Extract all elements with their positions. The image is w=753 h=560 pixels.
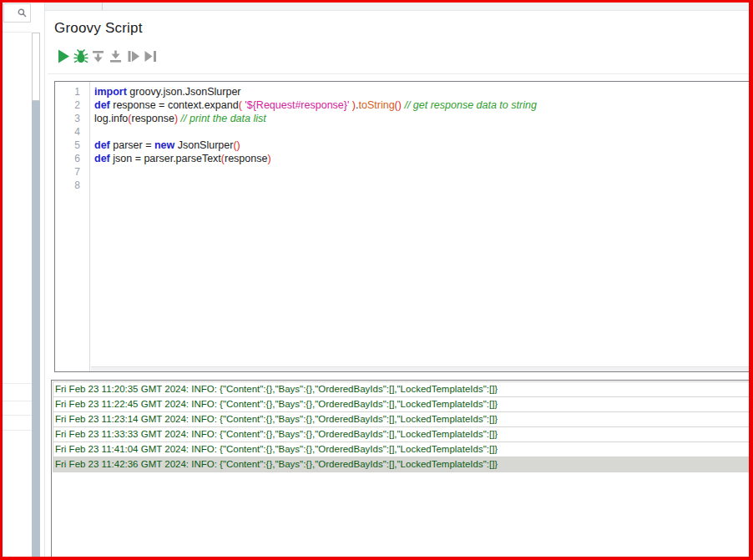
line-number: 8 [55,179,89,192]
page-title: Groovy Script [54,20,143,37]
app-window: Groovy Script [0,0,753,560]
line-number: 4 [55,125,89,139]
log-entry[interactable]: Fri Feb 23 11:20:35 GMT 2024: INFO: {"Co… [53,381,751,397]
code-line: def response = context.expand( '${Reques… [94,98,752,112]
toolbar-divider [48,73,750,74]
search-input[interactable] [3,3,31,23]
code-line: def parser = new JsonSlurper() [94,139,752,152]
list-row-divider [3,430,32,431]
log-entry[interactable]: Fri Feb 23 11:23:14 GMT 2024: INFO: {"Co… [53,411,751,427]
search-icon [18,8,27,18]
list-row-divider [3,32,32,33]
tab-separator [102,3,103,10]
line-number: 2 [55,98,89,112]
code-area[interactable]: import groovy.json.JsonSlurperdef respon… [91,82,752,367]
log-entry[interactable]: Fri Feb 23 11:33:33 GMT 2024: INFO: {"Co… [53,426,751,442]
log-output-panel: Fri Feb 23 11:20:35 GMT 2024: INFO: {"Co… [51,380,753,560]
scrollbar-thumb[interactable] [32,33,40,101]
log-entry[interactable]: Fri Feb 23 11:42:36 GMT 2024: INFO: {"Co… [53,457,751,472]
scrollbar-track[interactable] [32,101,40,557]
step-forward-button[interactable] [125,47,141,65]
navigator-panel [3,23,32,557]
list-row-divider [3,415,32,416]
code-line: log.info(response) // print the data lis… [94,112,752,125]
line-number-gutter: 12345678 [55,82,90,371]
panel-divider-line [44,3,45,557]
bar-play-icon [126,48,140,64]
run-to-end-button[interactable] [143,47,159,65]
tab-strip [44,3,750,11]
capture-frame-top [0,0,753,3]
arrow-down-to-line-icon [109,48,123,64]
line-number: 5 [55,139,89,152]
step-to-bottom-button[interactable] [108,47,124,65]
code-line: import groovy.json.JsonSlurper [94,85,752,98]
play-icon [57,48,70,64]
horizontal-scrollbar[interactable] [91,366,752,371]
step-into-button[interactable] [90,47,106,65]
debug-button[interactable] [73,47,88,65]
capture-frame-bottom [0,557,753,560]
run-button[interactable] [55,47,71,65]
log-entry[interactable]: Fri Feb 23 11:41:04 GMT 2024: INFO: {"Co… [53,441,751,457]
code-line [94,179,752,192]
groovy-code-editor[interactable]: 12345678 import groovy.json.JsonSlurperd… [54,81,753,372]
line-number: 3 [55,112,89,125]
toolbar [55,47,159,65]
list-row-divider [3,401,32,401]
bug-icon [73,48,88,64]
log-list: Fri Feb 23 11:20:35 GMT 2024: INFO: {"Co… [52,381,752,472]
capture-frame-left [0,0,3,560]
log-entry[interactable]: Fri Feb 23 11:22:45 GMT 2024: INFO: {"Co… [53,396,751,412]
code-line: def json = parser.parseText(response) [94,152,752,165]
play-bar-icon [144,48,158,64]
code-line [94,125,752,139]
line-number: 6 [55,152,89,165]
vertical-scrollbar[interactable] [32,33,40,557]
code-line [94,165,752,179]
list-row-divider [3,383,32,384]
line-number: 1 [55,85,89,98]
arrow-down-from-bar-icon [91,48,105,64]
capture-frame-right [749,0,753,560]
line-number: 7 [55,165,89,179]
